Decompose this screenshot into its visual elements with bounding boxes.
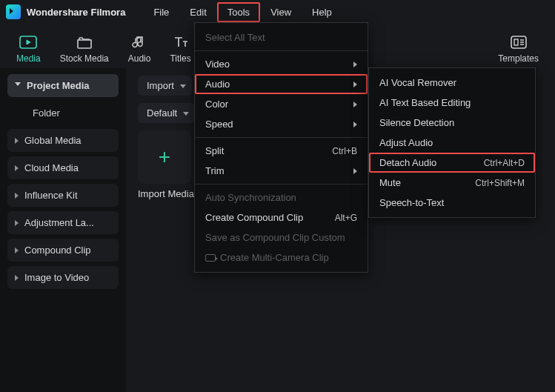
mi-mute[interactable]: MuteCtrl+Shift+M <box>369 173 535 193</box>
chevron-down-icon <box>15 82 21 89</box>
menu-view[interactable]: View <box>260 2 302 22</box>
media-icon <box>19 34 37 50</box>
sidebar-item-label: Compound Clip <box>24 245 91 256</box>
tab-label: Media <box>16 53 41 64</box>
chevron-right-icon <box>353 62 357 67</box>
import-media-well[interactable]: + <box>138 130 191 184</box>
chevron-right-icon <box>353 102 357 107</box>
chevron-right-icon <box>15 275 19 281</box>
camera-icon <box>205 254 216 262</box>
mi-color[interactable]: Color <box>195 94 368 114</box>
chevron-right-icon <box>15 165 19 171</box>
mi-multicam: Create Multi-Camera Clip <box>195 248 368 268</box>
menu-separator <box>195 184 368 185</box>
menu-file[interactable]: File <box>143 2 179 22</box>
tab-templates[interactable]: Templates <box>498 34 539 64</box>
sidebar-item-project-media[interactable]: Project Media <box>7 74 119 97</box>
menu-bar: File Edit Tools View Help <box>143 2 342 22</box>
chevron-right-icon <box>15 193 19 199</box>
mi-save-compound-custom: Save as Compound Clip Custom <box>195 227 368 248</box>
chevron-right-icon <box>353 82 357 87</box>
tab-audio[interactable]: Audio <box>128 34 151 64</box>
chevron-right-icon <box>353 122 357 127</box>
mi-ai-text-editing[interactable]: AI Text Based Editing <box>369 93 535 113</box>
sidebar-item-image-to-video[interactable]: Image to Video <box>7 266 119 289</box>
chevron-right-icon <box>15 248 19 253</box>
tab-label: Titles <box>170 53 190 64</box>
app-name: Wondershare Filmora <box>27 7 125 18</box>
tab-media[interactable]: Media <box>16 34 41 64</box>
app-logo <box>6 4 21 19</box>
tab-label: Stock Media <box>60 53 109 64</box>
sidebar-item-adjustment-layer[interactable]: Adjustment La... <box>7 211 119 234</box>
audio-icon <box>132 34 147 50</box>
tab-stock-media[interactable]: Stock Media <box>60 34 109 64</box>
tools-menu: Select All Text Video Audio Color Speed … <box>194 22 368 273</box>
sidebar: Project Media Folder Global Media Cloud … <box>0 68 126 392</box>
chevron-right-icon <box>353 168 357 174</box>
menu-separator <box>195 50 368 51</box>
sidebar-item-label: Influence Kit <box>24 190 78 201</box>
menu-separator <box>195 137 368 138</box>
mi-audio[interactable]: Audio <box>195 74 368 94</box>
plus-icon: + <box>159 145 170 169</box>
import-dropdown[interactable]: Import <box>138 76 192 96</box>
mi-split[interactable]: SplitCtrl+B <box>195 141 368 161</box>
menu-edit[interactable]: Edit <box>179 2 216 22</box>
mi-auto-sync: Auto Synchronization <box>195 187 368 207</box>
mi-select-all-text: Select All Text <box>195 27 368 47</box>
menu-help[interactable]: Help <box>302 2 342 22</box>
sidebar-item-global-media[interactable]: Global Media <box>7 129 119 152</box>
sidebar-item-label: Project Media <box>27 80 90 91</box>
mi-speed[interactable]: Speed <box>195 114 368 134</box>
mi-video[interactable]: Video <box>195 54 368 74</box>
titles-icon <box>173 34 189 50</box>
sort-dropdown[interactable]: Default <box>138 103 195 123</box>
mi-silence-detection[interactable]: Silence Detection <box>369 113 535 133</box>
sidebar-item-folder[interactable]: Folder <box>7 102 119 124</box>
mi-detach-audio[interactable]: Detach AudioCtrl+Alt+D <box>369 153 535 173</box>
chevron-right-icon <box>15 138 19 144</box>
audio-submenu: AI Vocal Remover AI Text Based Editing S… <box>368 67 536 218</box>
sidebar-item-influence-kit[interactable]: Influence Kit <box>7 184 119 207</box>
sidebar-item-cloud-media[interactable]: Cloud Media <box>7 156 119 179</box>
mi-speech-to-text[interactable]: Speech-to-Text <box>369 193 535 213</box>
sidebar-item-label: Global Media <box>24 135 82 146</box>
mi-adjust-audio[interactable]: Adjust Audio <box>369 133 535 153</box>
svg-rect-2 <box>514 39 518 45</box>
sidebar-item-label: Cloud Media <box>24 162 79 173</box>
sidebar-item-label: Image to Video <box>24 272 89 283</box>
chevron-right-icon <box>15 220 19 226</box>
sidebar-item-compound-clip[interactable]: Compound Clip <box>7 239 119 262</box>
tab-titles[interactable]: Titles <box>170 34 190 64</box>
title-bar: Wondershare Filmora File Edit Tools View… <box>0 0 555 24</box>
stock-media-icon <box>76 34 93 50</box>
mi-ai-vocal-remover[interactable]: AI Vocal Remover <box>369 73 535 93</box>
sidebar-item-label: Folder <box>33 107 60 119</box>
mi-create-compound[interactable]: Create Compound ClipAlt+G <box>195 207 368 227</box>
sidebar-item-label: Adjustment La... <box>24 217 94 228</box>
mi-trim[interactable]: Trim <box>195 161 368 181</box>
menu-tools[interactable]: Tools <box>217 2 260 22</box>
tab-label: Templates <box>498 53 539 64</box>
templates-icon <box>511 34 527 50</box>
tab-label: Audio <box>128 53 151 64</box>
